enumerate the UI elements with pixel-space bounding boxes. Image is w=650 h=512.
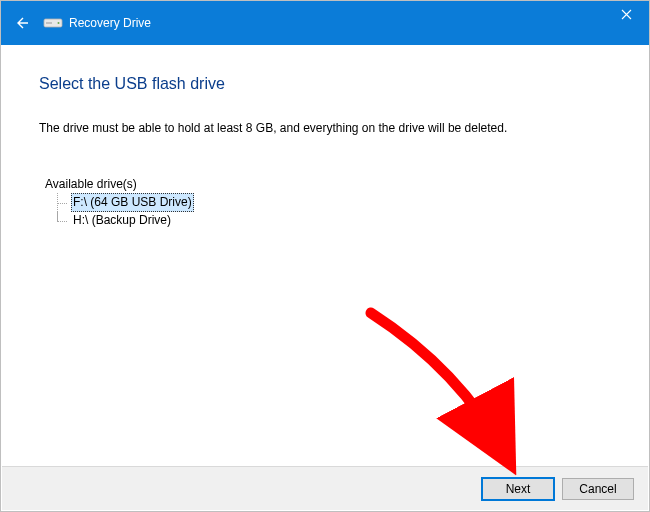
titlebar: Recovery Drive: [1, 1, 649, 45]
page-heading: Select the USB flash drive: [39, 75, 611, 93]
close-icon: [621, 9, 632, 20]
window-title: Recovery Drive: [69, 16, 151, 30]
button-bar: Next Cancel: [2, 466, 648, 510]
drive-icon: [43, 15, 63, 31]
drive-item[interactable]: H:\ (Backup Drive): [51, 212, 611, 229]
svg-point-1: [58, 22, 60, 24]
drive-item[interactable]: F:\ (64 GB USB Drive): [51, 193, 611, 212]
back-button[interactable]: [9, 10, 35, 36]
svg-rect-2: [46, 22, 52, 24]
wizard-content: Select the USB flash drive The drive mus…: [1, 45, 649, 229]
drive-label: F:\ (64 GB USB Drive): [71, 193, 194, 212]
cancel-button[interactable]: Cancel: [562, 478, 634, 500]
instruction-text: The drive must be able to hold at least …: [39, 121, 611, 135]
annotation-arrow-icon: [351, 301, 551, 491]
drive-label: H:\ (Backup Drive): [71, 212, 173, 229]
available-drives-label: Available drive(s): [45, 177, 611, 191]
drive-tree: F:\ (64 GB USB Drive) H:\ (Backup Drive): [51, 193, 611, 229]
close-button[interactable]: [603, 1, 649, 27]
back-arrow-icon: [14, 15, 30, 31]
next-button[interactable]: Next: [482, 478, 554, 500]
